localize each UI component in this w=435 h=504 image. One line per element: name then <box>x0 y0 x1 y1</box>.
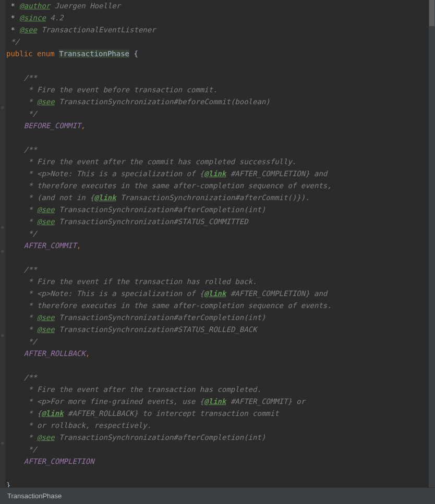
code-line[interactable]: /** <box>6 264 435 276</box>
fold-marker-icon[interactable]: ⊖ <box>0 105 5 110</box>
code-line[interactable]: /** <box>6 144 435 156</box>
code-line[interactable]: * therefore executes in the same after-c… <box>6 180 435 192</box>
code-token-doc-ref: TransactionSynchronization <box>116 193 235 202</box>
breadcrumb-item[interactable]: TransactionPhase <box>7 490 62 502</box>
code-line[interactable]: * therefore executes in the same after-c… <box>6 300 435 312</box>
code-line[interactable]: * <p>Note: This is a specialization of {… <box>6 168 435 180</box>
code-line[interactable]: AFTER_COMMIT, <box>6 240 435 252</box>
code-line[interactable]: /** <box>6 372 435 384</box>
code-line[interactable]: * Fire the event if the transaction has … <box>6 276 435 288</box>
code-line[interactable]: public enum TransactionPhase { <box>6 48 435 60</box>
code-token-doc-tag: @see <box>37 205 55 214</box>
code-token-doc-tag: @see <box>37 313 55 322</box>
code-token-comment: * <box>24 205 37 214</box>
code-line[interactable]: * @see TransactionSynchronization#afterC… <box>6 204 435 216</box>
code-line[interactable]: * @since 4.2 <box>6 12 435 24</box>
code-token-enum-name: TransactionPhase <box>59 50 129 58</box>
code-token-comment: * Fire the event before transaction comm… <box>24 85 218 94</box>
code-line[interactable]: * @author Juergen Hoeller <box>6 0 435 12</box>
code-token-doc-link: @link <box>94 193 116 202</box>
code-line[interactable] <box>6 360 435 372</box>
code-line[interactable]: * @see TransactionSynchronization#before… <box>6 96 435 108</box>
code-line[interactable] <box>6 132 435 144</box>
code-token-doc-ref: TransactionSynchronization <box>55 433 174 441</box>
code-token-comment: * <box>24 97 37 106</box>
code-token-comment: #AFTER_COMPLETION} and <box>226 289 327 298</box>
code-line[interactable]: * <p>For more fine-grained events, use {… <box>6 396 435 408</box>
code-token-enum-value: AFTER_COMPLETION <box>24 457 94 465</box>
scrollbar-thumb[interactable] <box>429 0 434 26</box>
code-token-doc-ref: TransactionSynchronization <box>55 97 174 106</box>
code-token-comment: * <p>Note: This is a specialization of { <box>24 169 204 178</box>
code-token-comment: * <box>24 313 37 322</box>
code-token-doc-tag: @author <box>19 2 50 10</box>
code-line[interactable]: */ <box>6 228 435 240</box>
code-token-doc-ref: TransactionSynchronization <box>55 205 174 214</box>
code-token-doc-tag: @see <box>37 433 55 441</box>
code-token-doc-ref: TransactionalEventListener <box>37 26 156 34</box>
code-token-enum-value: BEFORE_COMMIT <box>24 121 81 130</box>
code-token-doc-link: @link <box>204 169 226 178</box>
code-line[interactable]: */ <box>6 36 435 48</box>
code-token-doc-anchor: #STATUS_COMMITTED <box>173 217 248 226</box>
code-token-doc-link: @link <box>204 289 226 298</box>
code-token-comment: Juergen Hoeller <box>50 2 120 10</box>
code-token-comment: */ <box>24 445 37 453</box>
code-token-comment: * <box>24 325 37 334</box>
code-token-comment: /** <box>24 373 37 382</box>
fold-marker-icon[interactable]: ⊖ <box>0 333 5 338</box>
fold-marker-icon[interactable]: ⊖ <box>0 440 5 446</box>
code-token-doc-link: @link <box>204 397 226 405</box>
code-line[interactable]: * <p>Note: This is a specialization of {… <box>6 288 435 300</box>
code-line[interactable]: * @see TransactionSynchronization#afterC… <box>6 312 435 324</box>
breadcrumb-bar[interactable]: TransactionPhase <box>0 487 435 504</box>
code-line[interactable]: */ <box>6 336 435 348</box>
fold-marker-icon[interactable]: ⊖ <box>0 225 5 230</box>
code-line[interactable]: * Fire the event after the commit has co… <box>6 156 435 168</box>
code-line[interactable]: * Fire the event after the transaction h… <box>6 384 435 396</box>
code-token-doc-ref: TransactionSynchronization <box>55 313 174 322</box>
code-line[interactable]: } <box>6 480 435 487</box>
code-line[interactable]: * or rollback, respectively. <box>6 420 435 432</box>
code-line[interactable]: AFTER_COMPLETION <box>6 456 435 468</box>
code-line[interactable] <box>6 468 435 480</box>
code-area[interactable]: * @author Juergen Hoeller * @since 4.2 *… <box>5 0 435 487</box>
code-token-comment: }). <box>296 193 309 202</box>
code-line[interactable]: * @see TransactionSynchronization#afterC… <box>6 432 435 444</box>
code-line[interactable]: * (and not in {@link TransactionSynchron… <box>6 192 435 204</box>
code-token-doc-link: @link <box>41 409 63 417</box>
code-line[interactable]: * @see TransactionSynchronization#STATUS… <box>6 324 435 336</box>
code-line[interactable]: * Fire the event before transaction comm… <box>6 84 435 96</box>
code-line[interactable]: * @see TransactionSynchronization#STATUS… <box>6 216 435 228</box>
code-token-punct: , <box>86 349 90 358</box>
code-token-comment: */ <box>24 337 37 346</box>
code-token-comment: */ <box>24 109 37 118</box>
code-token-comment: * { <box>24 409 42 417</box>
code-line[interactable] <box>6 252 435 264</box>
code-token-doc-tag: @see <box>37 217 55 226</box>
code-token-comment: * (and not in { <box>24 193 94 202</box>
code-line[interactable]: * {@link #AFTER_ROLLBACK} to intercept t… <box>6 408 435 420</box>
code-token-comment: */ <box>10 38 19 46</box>
fold-marker-icon[interactable]: ⊖ <box>0 249 5 254</box>
code-token-enum-value: AFTER_ROLLBACK <box>24 349 86 358</box>
code-token-punct: , <box>77 241 81 250</box>
code-token-comment: * <p>Note: This is a specialization of { <box>24 289 204 298</box>
code-line[interactable]: BEFORE_COMMIT, <box>6 120 435 132</box>
code-token-comment: * therefore executes in the same after-c… <box>24 181 332 190</box>
code-line[interactable]: */ <box>6 444 435 456</box>
code-token-comment: /** <box>24 265 37 274</box>
code-token-comment: #AFTER_ROLLBACK} to intercept transactio… <box>64 409 279 417</box>
code-token-doc-tag: @see <box>37 325 55 334</box>
code-token-doc-anchor: #afterCompletion(int) <box>173 205 265 214</box>
code-token-doc-tag: @see <box>19 26 37 34</box>
code-token-doc-tag: @see <box>37 97 55 106</box>
code-token-comment: #AFTER_COMMIT} or <box>226 397 305 405</box>
vertical-scrollbar[interactable] <box>429 0 435 487</box>
code-line[interactable] <box>6 60 435 72</box>
code-line[interactable]: * @see TransactionalEventListener <box>6 24 435 36</box>
code-line[interactable]: AFTER_ROLLBACK, <box>6 348 435 360</box>
code-line[interactable]: /** <box>6 72 435 84</box>
code-token-doc-ref: TransactionSynchronization <box>55 217 174 226</box>
code-line[interactable]: */ <box>6 108 435 120</box>
